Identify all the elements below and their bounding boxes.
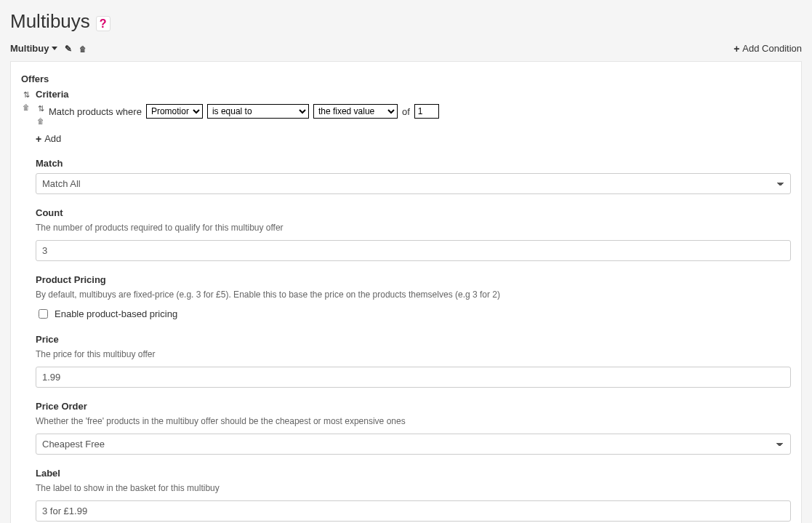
price-order-label: Price Order — [36, 401, 791, 412]
help-icon[interactable]: ? — [96, 16, 110, 31]
count-label: Count — [36, 207, 791, 218]
price-field: Price The price for this multibuy offer — [36, 334, 791, 388]
sort-handle-icon[interactable] — [38, 104, 44, 113]
plus-icon: + — [36, 134, 41, 144]
multibuy-dropdown[interactable]: Multibuy — [10, 43, 57, 54]
label-field-help: The label to show in the basket for this… — [36, 483, 791, 493]
price-order-help: Whether the 'free' products in the multi… — [36, 416, 791, 426]
add-condition-button[interactable]: + Add Condition — [733, 43, 802, 54]
label-input[interactable] — [36, 500, 791, 522]
delete-icon[interactable] — [79, 44, 87, 54]
toolbar: Multibuy + Add Condition — [10, 43, 802, 54]
page-title-row: Multibuys ? — [10, 10, 802, 33]
rule-field-select[interactable]: Promotion — [146, 104, 203, 119]
product-pricing-label: Product Pricing — [36, 274, 791, 285]
price-order-field: Price Order Whether the 'free' products … — [36, 401, 791, 455]
count-field: Count The number of products required to… — [36, 207, 791, 261]
edit-icon[interactable] — [65, 44, 72, 54]
count-input[interactable] — [36, 240, 791, 261]
plus-icon: + — [733, 44, 739, 54]
product-pricing-checkbox-label: Enable product-based pricing — [55, 308, 177, 319]
match-select[interactable]: Match All — [36, 173, 791, 194]
trash-icon[interactable] — [23, 103, 30, 111]
caret-down-icon — [52, 47, 57, 50]
product-pricing-help: By default, multibuys are fixed-price (e… — [36, 290, 791, 300]
offers-heading: Offers — [21, 73, 791, 84]
criteria-heading: Criteria — [36, 89, 791, 100]
trash-icon[interactable] — [37, 116, 44, 125]
sort-handle-icon[interactable] — [23, 90, 30, 100]
multibuy-dropdown-label: Multibuy — [10, 43, 49, 54]
rule-value-input[interactable] — [414, 104, 439, 119]
price-input[interactable] — [36, 367, 791, 388]
price-help: The price for this multibuy offer — [36, 349, 791, 359]
label-field: Label The label to show in the basket fo… — [36, 468, 791, 522]
price-order-select[interactable]: Cheapest Free — [36, 434, 791, 455]
match-label: Match — [36, 158, 791, 169]
rule-of-text: of — [402, 106, 410, 117]
add-criteria-label: Add — [44, 133, 61, 144]
match-field: Match Match All — [36, 158, 791, 194]
add-condition-label: Add Condition — [742, 43, 802, 54]
page-title: Multibuys — [10, 10, 90, 33]
criteria-rule-row: Match products where Promotion is equal … — [36, 104, 791, 119]
product-pricing-checkbox[interactable] — [39, 309, 48, 319]
add-criteria-button[interactable]: + Add — [36, 133, 61, 144]
count-help: The number of products required to quali… — [36, 223, 791, 233]
label-field-label: Label — [36, 468, 791, 479]
rule-prefix-text: Match products where — [49, 106, 142, 117]
offers-card: Offers Criteria Match products where Pro… — [10, 61, 802, 523]
price-label: Price — [36, 334, 791, 345]
rule-valuetype-select[interactable]: the fixed value — [313, 104, 398, 119]
product-pricing-field: Product Pricing By default, multibuys ar… — [36, 274, 791, 321]
rule-operator-select[interactable]: is equal to — [207, 104, 309, 119]
